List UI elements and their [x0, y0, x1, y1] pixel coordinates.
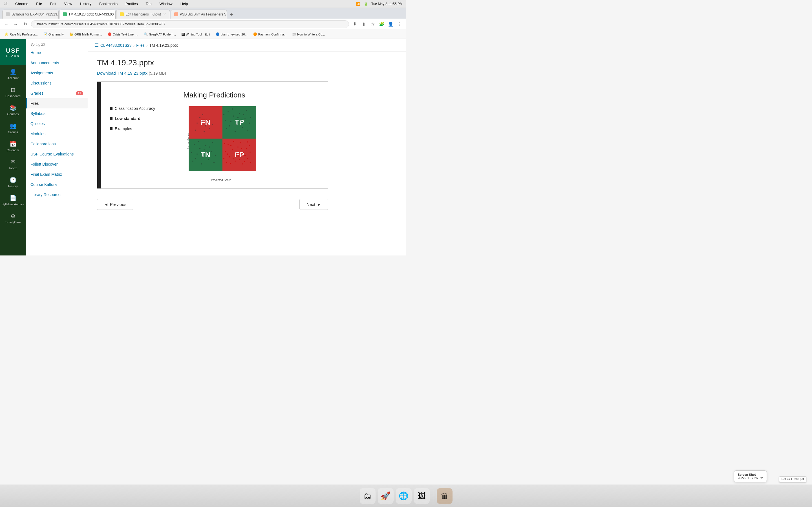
bookmark-icon-planb: 🔵	[216, 33, 220, 36]
sidebar-item-quizzes[interactable]: Quizzes	[26, 119, 88, 129]
svg-point-43	[209, 147, 210, 148]
sidebar-item-grades[interactable]: Grades 17	[26, 88, 88, 98]
bookmark-label-gre: GRE Math Formul...	[74, 33, 102, 36]
nav-label-groups: Groups	[8, 130, 18, 134]
tn-dots	[189, 138, 222, 171]
svg-point-40	[201, 163, 202, 165]
sidebar-item-collaborations[interactable]: Collaborations	[26, 139, 88, 149]
tab-favicon-1	[6, 12, 10, 16]
svg-point-35	[202, 156, 203, 158]
bookmark-gregmat[interactable]: 🔍 GregMAT Folder |...	[142, 32, 178, 37]
nav-item-calendar[interactable]: 📅 Calendar	[0, 137, 26, 155]
bookmark-icon[interactable]: ☆	[369, 20, 377, 28]
app-name-menu[interactable]: Chrome	[13, 1, 30, 6]
help-menu[interactable]: Help	[179, 1, 190, 6]
bullet-square-2	[110, 117, 112, 120]
download-icon[interactable]: ⬇	[351, 20, 359, 28]
bookmark-label-crisis: Crisis Text Line -...	[113, 33, 138, 36]
file-menu[interactable]: File	[35, 1, 44, 6]
tab-menu[interactable]: Tab	[144, 1, 153, 6]
sidebar-item-syllabus[interactable]: Syllabus	[26, 108, 88, 119]
window-menu[interactable]: Window	[158, 1, 174, 6]
nav-item-dashboard[interactable]: ⊞ Dashboard	[0, 83, 26, 101]
svg-point-24	[238, 117, 239, 118]
nav-item-inbox[interactable]: ✉ Inbox	[0, 155, 26, 173]
nav-item-syllabus-archive[interactable]: 📄 Syllabus Archive	[0, 191, 26, 209]
tab-flashcards[interactable]: Edit Flashcards | Knowt ✕	[116, 10, 170, 18]
sidebar-item-assignments[interactable]: Assignments	[26, 68, 88, 78]
bookmark-icon-payment: 🟠	[253, 33, 257, 36]
back-button[interactable]: ←	[2, 20, 10, 28]
profile-icon[interactable]: 👤	[387, 20, 395, 28]
svg-point-75	[244, 161, 245, 162]
usf-logo[interactable]: USF LEARN	[0, 39, 26, 65]
svg-point-2	[209, 128, 210, 129]
sidebar-item-modules[interactable]: Modules	[26, 129, 88, 139]
next-button[interactable]: Next ►	[299, 199, 328, 210]
tab-title-2: TM 4.19.23.pptx: CLP4433.00...	[68, 12, 116, 16]
bookmark-write[interactable]: 📰 How to Write a Co...	[290, 32, 327, 37]
nav-item-courses[interactable]: 📚 Courses	[0, 101, 26, 119]
nav-item-groups[interactable]: 👥 Groups	[0, 119, 26, 137]
svg-point-9	[202, 114, 203, 115]
view-menu[interactable]: View	[63, 1, 74, 6]
menu-icon[interactable]: ⋮	[396, 20, 404, 28]
bookmarks-menu[interactable]: Bookmarks	[98, 1, 119, 6]
tab-tm-pptx[interactable]: TM 4.19.23.pptx: CLP4433.00... ✕	[59, 10, 116, 18]
hamburger-menu-icon[interactable]: ☰	[95, 43, 99, 48]
sidebar-item-discussions[interactable]: Discussions	[26, 78, 88, 88]
extensions-icon[interactable]: 🧩	[378, 20, 386, 28]
nav-item-account[interactable]: 👤 Account	[0, 65, 26, 83]
tab-close-3[interactable]: ✕	[163, 12, 166, 17]
sidebar-item-follett[interactable]: Follett Discover	[26, 159, 88, 169]
bookmark-label-rmp: Rate My Professor...	[10, 33, 38, 36]
bookmark-crisis[interactable]: 🔴 Crisis Text Line -...	[105, 32, 140, 37]
reload-button[interactable]: ↻	[21, 20, 29, 28]
bookmark-grammarly[interactable]: 📝 Grammarly	[41, 32, 66, 37]
slide-content: Making Predictions Classification Accura…	[101, 82, 328, 188]
address-bar[interactable]: usflearn.instructure.com/courses/1764540…	[31, 20, 349, 28]
bookmark-planb[interactable]: 🔵 plan-b-revised-20...	[213, 32, 250, 37]
edit-menu[interactable]: Edit	[48, 1, 58, 6]
svg-point-62	[239, 159, 240, 160]
tab-favicon-2	[63, 12, 67, 16]
sidebar-item-library[interactable]: Library Resources	[26, 189, 88, 200]
svg-point-26	[249, 122, 250, 124]
tab-favicon-4	[174, 12, 178, 16]
tab-psd[interactable]: PSD Big Sniff Air Fresheners S... ✕	[170, 10, 227, 18]
battery-icon: 🔋	[364, 2, 368, 6]
forward-button[interactable]: →	[12, 20, 20, 28]
nav-label-history: History	[8, 184, 18, 188]
breadcrumb-course[interactable]: CLP4433.001S23	[100, 43, 132, 48]
profiles-menu[interactable]: Profiles	[124, 1, 139, 6]
sidebar-item-usf-evals[interactable]: USF Course Evaluations	[26, 149, 88, 159]
bookmark-gre[interactable]: 👑 GRE Math Formul...	[67, 32, 104, 37]
breadcrumb: ☰ CLP4433.001S23 › Files › TM 4.19.23.pp…	[88, 39, 406, 52]
svg-point-52	[229, 156, 230, 158]
new-tab-button[interactable]: +	[227, 11, 236, 18]
history-menu[interactable]: History	[79, 1, 93, 6]
bookmark-payment[interactable]: 🟠 Payment Confirma...	[251, 32, 289, 37]
sidebar-item-files[interactable]: Files	[26, 98, 88, 108]
previous-button[interactable]: ◄ Previous	[97, 199, 133, 210]
bookmark-ratemyprofessor[interactable]: ⭐ Rate My Professor...	[2, 32, 40, 37]
sidebar-item-kaltura[interactable]: Course Kaltura	[26, 179, 88, 189]
svg-point-15	[236, 124, 237, 125]
download-link[interactable]: Download TM 4.19.23.pptx	[97, 71, 147, 75]
sidebar-item-final-exam[interactable]: Final Exam Matrix	[26, 169, 88, 179]
tab-title-3: Edit Flashcards | Knowt	[125, 12, 161, 16]
sidebar-item-home[interactable]: Home	[26, 48, 88, 58]
main-layout: USF LEARN 👤 Account ⊞ Dashboard 📚 Course…	[0, 39, 406, 256]
nav-item-timelycare[interactable]: ⊕ TimelyCare	[0, 209, 26, 227]
breadcrumb-files[interactable]: Files	[136, 43, 145, 48]
nav-item-history[interactable]: 🕐 History	[0, 173, 26, 191]
svg-point-64	[245, 155, 246, 156]
sidebar-item-announcements[interactable]: Announcements	[26, 58, 88, 68]
apple-logo-icon[interactable]: ⌘	[3, 1, 8, 6]
usf-logo-text: USF	[6, 47, 20, 54]
tab-syllabus[interactable]: Syllabus for EXP4304.791S23... ✕	[2, 10, 59, 18]
nav-label-dashboard: Dashboard	[5, 94, 20, 98]
svg-point-72	[227, 154, 228, 155]
bookmark-writing[interactable]: 🅱 Writing Tool - Edit	[179, 32, 212, 37]
share-icon[interactable]: ⬆	[360, 20, 368, 28]
